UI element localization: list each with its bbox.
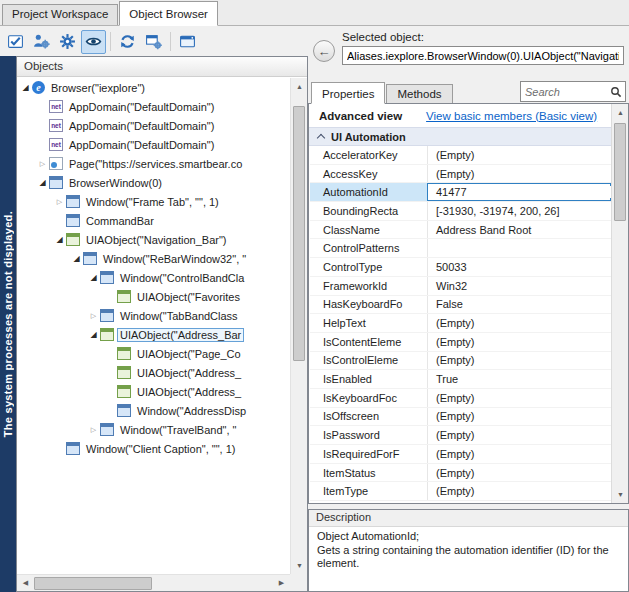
property-value[interactable]: 50033 (428, 261, 611, 273)
property-row[interactable]: IsRequiredForF(Empty) (310, 445, 611, 464)
collapse-icon[interactable]: ◢ (53, 235, 66, 244)
scroll-right-icon[interactable]: ▶ (273, 575, 290, 592)
tree-item[interactable]: ▷Window("TravelBand", " (17, 420, 290, 439)
tree-item[interactable]: Window("AddressDisp (17, 401, 290, 420)
tree-item[interactable]: ◢Browser("iexplore") (17, 78, 290, 97)
collapse-icon[interactable]: ◢ (19, 83, 32, 92)
tree-item[interactable]: ▷Window("TabBandClass (17, 306, 290, 325)
collapse-icon[interactable]: ◢ (87, 330, 100, 339)
highlight-object-icon (7, 33, 24, 50)
expand-icon[interactable]: ▷ (87, 312, 100, 320)
tree-item-label: UIAObject("Address_ (134, 366, 244, 380)
collapse-icon[interactable]: ◢ (70, 254, 83, 263)
tree-item[interactable]: ◢Window("ControlBandCla (17, 268, 290, 287)
tree-item[interactable]: AppDomain("DefaultDomain") (17, 116, 290, 135)
property-row[interactable]: ClassNameAddress Band Root (310, 221, 611, 240)
tree-item[interactable]: ▷Window("Frame Tab", "", 1) (17, 192, 290, 211)
property-value[interactable]: 41477 (428, 186, 611, 198)
scroll-up-icon[interactable]: ▲ (612, 104, 629, 121)
property-value[interactable]: (Empty) (428, 168, 611, 180)
property-row[interactable]: ControlPatterns (310, 239, 611, 258)
property-value[interactable]: (Empty) (428, 392, 611, 404)
property-row[interactable]: IsKeyboardFoc(Empty) (310, 389, 611, 408)
tree-vertical-scrollbar[interactable]: ▲ ▼ (290, 78, 307, 574)
tree-item[interactable]: UIAObject("Favorites (17, 287, 290, 306)
refresh-button[interactable] (115, 30, 140, 54)
search-input[interactable] (521, 84, 610, 100)
property-value[interactable]: [-31930, -31974, 200, 26] (428, 205, 611, 217)
property-row[interactable]: ControlType50033 (310, 258, 611, 277)
tab-properties[interactable]: Properties (311, 82, 385, 104)
property-row[interactable]: HasKeyboardFoFalse (310, 296, 611, 315)
property-value[interactable]: Win32 (428, 280, 611, 292)
property-row[interactable]: HelpText(Empty) (310, 314, 611, 333)
back-button[interactable]: ← (313, 40, 335, 62)
properties-scroll-thumb[interactable] (614, 123, 626, 221)
scroll-up-icon[interactable]: ▲ (291, 78, 308, 95)
property-value[interactable]: (Empty) (428, 429, 611, 441)
selected-object-input[interactable] (342, 46, 624, 65)
property-row[interactable]: BoundingRecta[-31930, -31974, 200, 26] (310, 202, 611, 221)
property-row[interactable]: AutomationId41477 (310, 183, 611, 202)
scroll-down-icon[interactable]: ▼ (291, 557, 308, 574)
property-row[interactable]: ItemStatus(Empty) (310, 464, 611, 483)
property-value[interactable]: Address Band Root (428, 224, 611, 236)
highlight-object-button[interactable] (3, 30, 28, 54)
properties-scrollbar[interactable]: ▲ ▼ (611, 104, 628, 503)
tree-item[interactable]: AppDomain("DefaultDomain") (17, 97, 290, 116)
advanced-settings-button[interactable] (141, 30, 166, 54)
collapse-icon[interactable]: ◢ (87, 273, 100, 282)
expand-icon[interactable]: ▷ (87, 426, 100, 434)
basic-view-link[interactable]: View basic members (Basic view) (426, 110, 597, 122)
tree-item[interactable]: UIAObject("Address_ (17, 382, 290, 401)
tree-horizontal-scrollbar[interactable]: ◀ ▶ (17, 574, 290, 591)
tab-object-browser[interactable]: Object Browser (119, 1, 218, 26)
tree-item[interactable]: ▷Page("https://services.smartbear.co (17, 154, 290, 173)
property-row[interactable]: FrameworkIdWin32 (310, 277, 611, 296)
tree-item[interactable]: CommandBar (17, 211, 290, 230)
property-value[interactable]: (Empty) (428, 354, 611, 366)
property-row[interactable]: AccessKey(Empty) (310, 165, 611, 184)
tree-item[interactable]: AppDomain("DefaultDomain") (17, 135, 290, 154)
tree-item[interactable]: ◢UIAObject("Address_Bar (17, 325, 290, 344)
property-value[interactable]: False (428, 298, 611, 310)
property-name: AcceleratorKey (310, 146, 428, 164)
property-value[interactable]: (Empty) (428, 149, 611, 161)
property-value[interactable]: (Empty) (428, 485, 611, 497)
property-row[interactable]: AcceleratorKey(Empty) (310, 146, 611, 165)
tree-item[interactable]: Window("Client Caption", "", 1) (17, 439, 290, 458)
expand-icon[interactable]: ▷ (53, 198, 66, 206)
tree-item[interactable]: ◢Window("ReBarWindow32", " (17, 249, 290, 268)
property-value[interactable]: (Empty) (428, 467, 611, 479)
tree-item[interactable]: ◢UIAObject("Navigation_Bar") (17, 230, 290, 249)
tree-item[interactable]: UIAObject("Page_Co (17, 344, 290, 363)
collapse-icon[interactable]: ◢ (36, 178, 49, 187)
show-objects-button[interactable] (81, 30, 106, 54)
property-row[interactable]: IsEnabledTrue (310, 370, 611, 389)
tree-hscroll-thumb[interactable] (34, 577, 152, 590)
property-value[interactable]: (Empty) (428, 336, 611, 348)
window-view-button[interactable] (175, 30, 200, 54)
property-row[interactable]: IsContentEleme(Empty) (310, 333, 611, 352)
object-spy-button[interactable] (29, 30, 54, 54)
scroll-left-icon[interactable]: ◀ (17, 575, 34, 592)
tree-vscroll-thumb[interactable] (293, 106, 305, 361)
search-icon[interactable] (610, 86, 622, 98)
property-value[interactable]: (Empty) (428, 317, 611, 329)
tree-item[interactable]: ◢BrowserWindow(0) (17, 173, 290, 192)
property-value[interactable]: True (428, 373, 611, 385)
property-value[interactable]: (Empty) (428, 448, 611, 460)
property-row[interactable]: IsOffscreen(Empty) (310, 408, 611, 427)
tab-methods[interactable]: Methods (386, 84, 452, 103)
section-ui-automation[interactable]: UI Automation (309, 127, 611, 146)
settings-button[interactable] (55, 30, 80, 54)
tab-project-workspace[interactable]: Project Workspace (2, 4, 118, 25)
expand-icon[interactable]: ▷ (36, 160, 49, 168)
property-row[interactable]: IsControlEleme(Empty) (310, 352, 611, 371)
tree-item[interactable]: UIAObject("Address_ (17, 363, 290, 382)
property-name: IsPassword (310, 426, 428, 444)
scroll-down-icon[interactable]: ▼ (612, 486, 629, 503)
property-value[interactable]: (Empty) (428, 410, 611, 422)
property-row[interactable]: ItemType(Empty) (310, 482, 611, 501)
property-row[interactable]: IsPassword(Empty) (310, 426, 611, 445)
